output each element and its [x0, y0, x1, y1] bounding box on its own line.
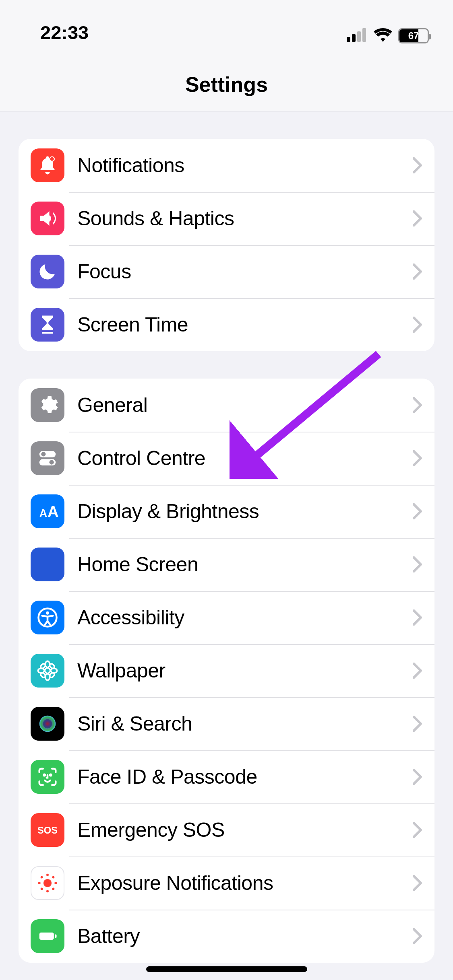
- battery-icon: 67: [398, 28, 429, 43]
- bell-icon: [31, 148, 64, 182]
- row-label: General: [77, 393, 413, 417]
- wifi-icon: [373, 28, 393, 43]
- settings-row-sounds[interactable]: Sounds & Haptics: [19, 192, 434, 245]
- status-icons: 67: [347, 28, 429, 43]
- chevron-right-icon: [413, 928, 422, 944]
- chevron-right-icon: [413, 157, 422, 173]
- svg-point-7: [41, 452, 46, 456]
- settings-group-alerts: Notifications Sounds & Haptics Focus Scr…: [19, 139, 434, 351]
- svg-rect-2: [357, 31, 361, 42]
- svg-point-16: [45, 674, 50, 680]
- textsize-icon: AA: [31, 494, 64, 528]
- row-label: Sounds & Haptics: [77, 207, 413, 230]
- chevron-right-icon: [413, 822, 422, 838]
- settings-row-faceid[interactable]: Face ID & Passcode: [19, 750, 434, 803]
- settings-row-sos[interactable]: SOS Emergency SOS: [19, 803, 434, 856]
- settings-row-controlcentre[interactable]: Control Centre: [19, 432, 434, 485]
- chevron-right-icon: [413, 875, 422, 891]
- svg-point-5: [50, 157, 54, 161]
- svg-point-13: [46, 611, 49, 615]
- speaker-icon: [31, 202, 64, 235]
- svg-text:A: A: [39, 507, 48, 519]
- svg-text:A: A: [48, 503, 58, 520]
- svg-point-28: [43, 879, 52, 887]
- svg-point-34: [52, 876, 54, 879]
- settings-group-system: General Control Centre AA Display & Brig…: [19, 379, 434, 963]
- settings-list[interactable]: Notifications Sounds & Haptics Focus Scr…: [0, 139, 453, 963]
- status-time: 22:33: [40, 21, 89, 43]
- page-title: Settings: [0, 72, 453, 97]
- settings-row-focus[interactable]: Focus: [19, 245, 434, 298]
- svg-point-26: [50, 774, 52, 776]
- hourglass-icon: [31, 308, 64, 342]
- switches-icon: [31, 441, 64, 475]
- battery-icon: [31, 919, 64, 953]
- settings-row-siri[interactable]: Siri & Search: [19, 697, 434, 750]
- svg-point-29: [46, 874, 49, 876]
- settings-row-wallpaper[interactable]: Wallpaper: [19, 644, 434, 697]
- moon-icon: [31, 255, 64, 288]
- row-label: Accessibility: [77, 606, 413, 629]
- navigation-header: Settings: [0, 48, 453, 111]
- row-label: Focus: [77, 260, 413, 283]
- svg-point-15: [45, 661, 50, 667]
- svg-rect-38: [55, 935, 57, 938]
- chevron-right-icon: [413, 716, 422, 732]
- settings-row-screentime[interactable]: Screen Time: [19, 298, 434, 351]
- svg-point-35: [41, 887, 43, 890]
- row-label: Screen Time: [77, 313, 413, 336]
- row-label: Control Centre: [77, 447, 413, 470]
- cellular-icon: [347, 28, 368, 43]
- row-label: Battery: [77, 924, 413, 948]
- svg-rect-3: [362, 28, 366, 42]
- chevron-right-icon: [413, 397, 422, 413]
- chevron-right-icon: [413, 769, 422, 785]
- settings-row-general[interactable]: General: [19, 379, 434, 432]
- chevron-right-icon: [413, 264, 422, 280]
- chevron-right-icon: [413, 556, 422, 572]
- svg-rect-37: [39, 933, 54, 940]
- settings-row-exposure[interactable]: Exposure Notifications: [19, 856, 434, 910]
- row-label: Display & Brightness: [77, 500, 413, 523]
- row-label: Emergency SOS: [77, 818, 413, 842]
- chevron-right-icon: [413, 317, 422, 333]
- siri-icon: [31, 707, 64, 741]
- chevron-right-icon: [413, 450, 422, 466]
- settings-row-display[interactable]: AA Display & Brightness: [19, 485, 434, 538]
- accessibility-icon: [31, 601, 64, 634]
- gear-icon: [31, 388, 64, 422]
- chevron-right-icon: [413, 609, 422, 626]
- status-bar: 22:33 67: [0, 0, 453, 48]
- faceid-icon: [31, 760, 64, 794]
- settings-row-battery[interactable]: Battery: [19, 910, 434, 963]
- settings-row-homescreen[interactable]: Home Screen: [19, 538, 434, 591]
- sos-icon: SOS: [31, 813, 64, 847]
- flower-icon: [31, 654, 64, 688]
- home-indicator[interactable]: [146, 966, 307, 972]
- svg-point-36: [52, 887, 54, 890]
- settings-row-accessibility[interactable]: Accessibility: [19, 591, 434, 644]
- chevron-right-icon: [413, 503, 422, 519]
- svg-point-33: [41, 876, 43, 879]
- svg-point-14: [45, 668, 50, 673]
- row-label: Notifications: [77, 154, 413, 177]
- svg-point-18: [51, 668, 57, 673]
- row-label: Exposure Notifications: [77, 871, 413, 895]
- svg-point-32: [54, 882, 57, 884]
- svg-point-31: [38, 882, 41, 884]
- exposure-icon: [31, 866, 64, 900]
- row-label: Siri & Search: [77, 712, 413, 735]
- apps-icon: [31, 548, 64, 581]
- svg-point-30: [46, 890, 49, 892]
- row-label: Home Screen: [77, 553, 413, 576]
- row-label: Face ID & Passcode: [77, 765, 413, 789]
- settings-row-notifications[interactable]: Notifications: [19, 139, 434, 192]
- svg-rect-0: [347, 37, 350, 42]
- row-label: Wallpaper: [77, 659, 413, 682]
- svg-point-24: [43, 719, 52, 729]
- chevron-right-icon: [413, 210, 422, 226]
- svg-point-25: [43, 774, 45, 776]
- chevron-right-icon: [413, 663, 422, 679]
- svg-text:SOS: SOS: [37, 825, 58, 836]
- svg-point-9: [50, 460, 54, 465]
